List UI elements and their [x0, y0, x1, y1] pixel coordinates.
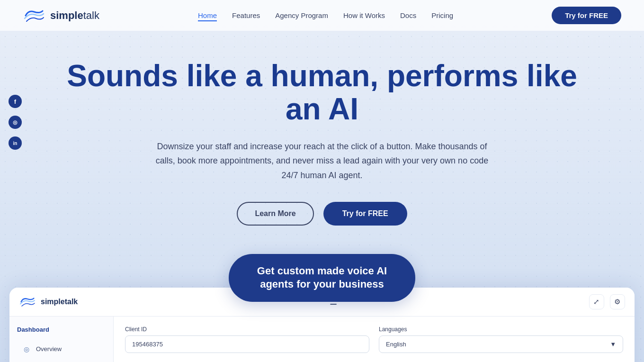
client-id-group: Client ID 195468375 [125, 326, 369, 353]
nav-item-home[interactable]: Home [198, 11, 217, 20]
cta-pill-wrap: Get custom made voice AI agents for your… [0, 254, 644, 302]
cta-pill-button[interactable]: Get custom made voice AI agents for your… [229, 254, 415, 302]
dropdown-chevron-icon: ▼ [610, 341, 616, 348]
navbar: simpletalk Home Features Agency Program … [0, 0, 644, 31]
overview-icon: ◎ [22, 344, 31, 354]
logo-text: simpletalk [50, 9, 99, 22]
cta-pill-line1: Get custom made voice AI [257, 265, 387, 277]
nav-cta-button[interactable]: Try for FREE [552, 7, 621, 24]
facebook-icon[interactable]: f [9, 95, 22, 108]
linkedin-icon[interactable]: in [9, 136, 22, 150]
hero-title: Sounds like a human, performs like an AI [62, 59, 582, 126]
nav-links: Home Features Agency Program How it Work… [198, 11, 453, 20]
nav-item-agency[interactable]: Agency Program [275, 11, 328, 20]
form-row-1: Client ID 195468375 Languages English ▼ [125, 326, 623, 353]
try-free-button[interactable]: Try for FREE [323, 202, 407, 226]
dashboard-sidebar-title: Dashboard [17, 326, 106, 333]
instagram-icon[interactable]: ◎ [9, 116, 22, 129]
dashboard-body: Dashboard ◎ Overview ☎ Buy Phone Number … [9, 317, 635, 362]
hero-subtitle: Downsize your staff and increase your re… [152, 139, 492, 183]
logo[interactable]: simpletalk [23, 8, 99, 23]
nav-item-features[interactable]: Features [232, 11, 260, 20]
social-sidebar: f ◎ in [9, 95, 22, 150]
sidebar-item-buy-phone[interactable]: ☎ Buy Phone Number [17, 360, 106, 362]
languages-group: Languages English ▼ [379, 326, 623, 353]
hero-buttons: Learn More Try for FREE [19, 202, 625, 226]
client-id-input[interactable]: 195468375 [125, 335, 369, 353]
logo-icon [23, 8, 45, 23]
languages-label: Languages [379, 326, 623, 333]
languages-select[interactable]: English ▼ [379, 335, 623, 353]
nav-item-docs[interactable]: Docs [400, 11, 416, 20]
sidebar-item-overview[interactable]: ◎ Overview [17, 341, 106, 358]
client-id-label: Client ID [125, 326, 369, 333]
cta-pill-line2: agents for your business [260, 278, 384, 290]
dashboard-main: Client ID 195468375 Languages English ▼ … [114, 317, 635, 362]
hero-section: Sounds like a human, performs like an AI… [0, 31, 644, 254]
nav-item-how[interactable]: How it Works [343, 11, 385, 20]
learn-more-button[interactable]: Learn More [237, 202, 313, 226]
nav-item-pricing[interactable]: Pricing [431, 11, 453, 20]
dashboard-sidebar: Dashboard ◎ Overview ☎ Buy Phone Number … [9, 317, 114, 362]
